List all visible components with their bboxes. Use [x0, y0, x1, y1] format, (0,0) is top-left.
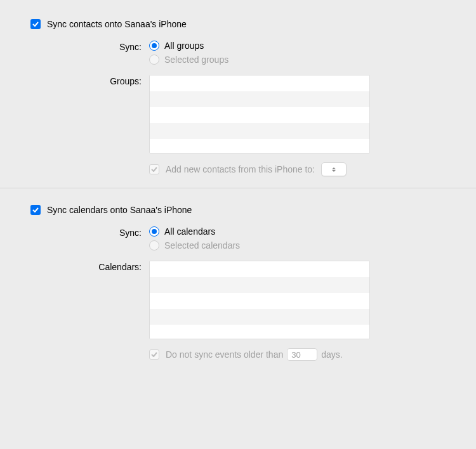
list-row [150, 309, 369, 325]
calendars-dont-sync-row: Do not sync events older than days. [149, 348, 451, 361]
list-row [150, 325, 369, 339]
chevron-up-icon [332, 167, 336, 169]
list-row [150, 293, 369, 309]
add-new-contacts-checkbox [149, 164, 159, 174]
calendars-list-content [149, 261, 451, 339]
calendars-sync-field-label: Sync: [25, 226, 149, 238]
dont-sync-events-checkbox [149, 349, 159, 360]
contacts-groups-content [149, 75, 451, 153]
radio-button-icon [149, 226, 159, 237]
list-row [150, 107, 369, 123]
checkmark-icon [150, 351, 158, 358]
list-row [150, 261, 369, 277]
contacts-add-new-row: Add new contacts from this iPhone to: [149, 162, 451, 176]
radio-button-icon [149, 55, 159, 65]
list-row [150, 91, 369, 107]
calendars-list-row: Calendars: [25, 261, 451, 339]
dont-sync-label-post: days. [321, 349, 342, 360]
chevron-down-icon [332, 170, 336, 172]
dont-sync-days-input [287, 348, 317, 361]
checkmark-icon [32, 20, 39, 28]
calendars-radio-all[interactable]: All calendars [149, 226, 451, 237]
contacts-groups-row: Groups: [25, 75, 451, 153]
add-new-contacts-popup [321, 162, 347, 176]
sync-contacts-label: Sync contacts onto Sanaa's iPhone [47, 19, 187, 29]
radio-label-all-groups: All groups [164, 41, 204, 51]
calendars-section: Sync calendars onto Sanaa's iPhone Sync:… [25, 205, 451, 372]
radio-label-all-calendars: All calendars [164, 226, 215, 237]
radio-label-selected-calendars: Selected calendars [164, 240, 240, 251]
calendars-radio-selected[interactable]: Selected calendars [149, 240, 451, 251]
contacts-section: Sync contacts onto Sanaa's iPhone Sync: … [25, 19, 451, 188]
radio-button-icon [149, 240, 159, 251]
list-row [150, 123, 369, 139]
calendars-field-label: Calendars: [25, 261, 149, 272]
list-row [150, 139, 369, 153]
checkmark-icon [150, 166, 158, 173]
section-divider [0, 188, 476, 188]
list-row [150, 75, 369, 91]
dont-sync-label-pre: Do not sync events older than [166, 349, 283, 360]
contacts-groups-listbox[interactable] [149, 75, 370, 153]
sync-calendars-checkbox[interactable] [30, 205, 41, 215]
sync-calendars-header: Sync calendars onto Sanaa's iPhone [30, 205, 451, 215]
contacts-radio-all-groups[interactable]: All groups [149, 41, 451, 51]
checkmark-icon [32, 206, 39, 214]
contacts-sync-row: Sync: All groups Selected groups [25, 41, 451, 68]
calendars-sync-row: Sync: All calendars Selected calendars [25, 226, 451, 254]
sync-contacts-checkbox[interactable] [30, 19, 41, 29]
radio-label-selected-groups: Selected groups [164, 55, 228, 65]
contacts-groups-field-label: Groups: [25, 75, 149, 86]
calendars-listbox[interactable] [149, 261, 370, 339]
sync-calendars-label: Sync calendars onto Sanaa's iPhone [47, 205, 192, 215]
contacts-sync-options: All groups Selected groups [149, 41, 451, 68]
contacts-sync-field-label: Sync: [25, 41, 149, 52]
sync-contacts-header: Sync contacts onto Sanaa's iPhone [30, 19, 451, 29]
calendars-sync-options: All calendars Selected calendars [149, 226, 451, 254]
radio-button-icon [149, 41, 159, 51]
add-new-contacts-label: Add new contacts from this iPhone to: [166, 164, 315, 174]
contacts-radio-selected-groups[interactable]: Selected groups [149, 55, 451, 65]
list-row [150, 277, 369, 293]
